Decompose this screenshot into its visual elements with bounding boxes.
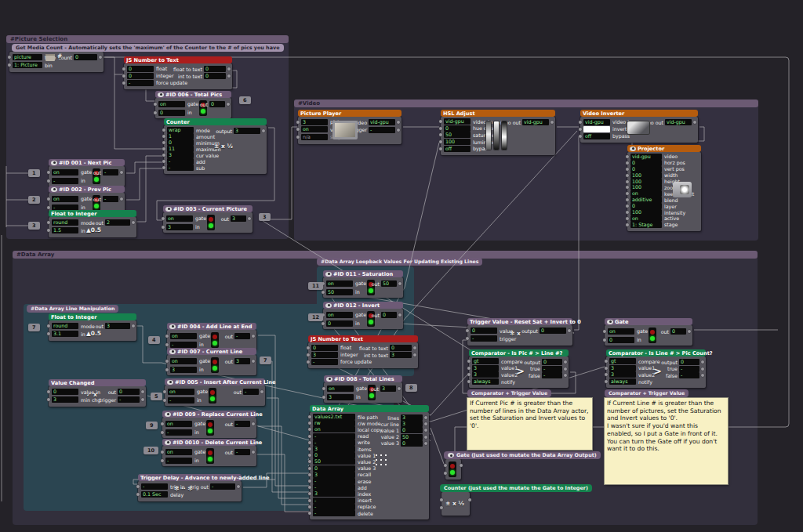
counter-header[interactable]: Counter (164, 118, 267, 125)
js-number-to-text-1-out-port-1[interactable] (227, 74, 231, 78)
id-007-current-line-node[interactable]: #ID 007 - Current Lineongate3inout3 (167, 348, 256, 375)
id-004-add-line-at-end-node[interactable]: #ID 004 - Add Line at Endongate-inout- (167, 323, 256, 350)
id-009-replace-current-line-body[interactable]: ongate-inout- (162, 418, 256, 438)
data-array-body[interactable]: values2.txtfile pathrwr/w modeonlocal co… (310, 412, 429, 519)
value-box[interactable]: 7 (260, 356, 271, 364)
projector-input-width[interactable]: 100 (630, 172, 662, 179)
comparator-pic-output-false[interactable]: - (542, 372, 562, 378)
float-to-integer-2-in-port-1[interactable] (47, 332, 50, 335)
id-0010-delete-current-line-header[interactable]: #ID 0010 - Delete Current Line (162, 439, 256, 446)
id-007-current-line-out-port[interactable] (252, 360, 255, 363)
id-003-current-picture-in-port-0[interactable] (162, 217, 165, 220)
get-media-count-body[interactable]: picturetype1: Picturebincount0# (9, 52, 104, 72)
counter-mutate-port-2[interactable] (468, 498, 471, 501)
data-array-input-insert[interactable]: - (313, 498, 355, 504)
hsl-adjust-in-port-2[interactable] (439, 133, 442, 136)
counter-in-port-1[interactable] (162, 135, 165, 138)
id-012-invert-node[interactable]: #ID 012 - Invertongate0inout0 (323, 302, 403, 329)
value-changed-input-min-chg[interactable]: 3 (52, 396, 78, 403)
data-array-input-items[interactable]: 3 (313, 446, 355, 452)
note-line-text[interactable]: If Current Line # is greater than the nu… (605, 398, 728, 484)
get-media-count-in-port-1[interactable] (8, 63, 11, 67)
id-001-next-pic-in-port-1[interactable] (47, 179, 50, 183)
comparator-pic-output-output[interactable]: 0 (542, 359, 562, 365)
data-array-node[interactable]: Data Arrayvalues2.txtfile pathrwr/w mode… (310, 405, 429, 519)
hsl-adjust-node[interactable]: HSL Adjustvid-gpuvideo in0hue offset50sa… (441, 110, 555, 155)
js-number-to-text-2-header[interactable]: JS Number to Text (308, 335, 418, 342)
id-004-add-line-at-end-output-out[interactable]: - (234, 333, 250, 339)
hsl-adjust-body[interactable]: vid-gpuvideo in0hue offset50saturation10… (441, 117, 555, 155)
projector-in-port-2[interactable] (626, 168, 629, 171)
picture-player-body[interactable]: 3pictureonvisiblen/astagevideovid-gputri… (298, 117, 402, 144)
gate-mutate-node[interactable] (445, 459, 461, 480)
id-003-current-picture-node[interactable]: #ID 003 - Current Pictureongate3inout3 (163, 205, 253, 233)
js-number-to-text-1-in-port-2[interactable] (122, 81, 125, 85)
note-pic-header[interactable]: Comparator + Trigger Value (467, 389, 551, 397)
float-to-integer-2-output-out[interactable]: 3 (105, 323, 130, 329)
get-media-count-title[interactable]: Get Media Count - Automatically sets the… (12, 44, 284, 52)
trigger-delay-body[interactable]: -trig in0.1 Secdelaytrig out-✻ ·· ✻ (138, 481, 242, 501)
id-008-total-lines-out-port[interactable] (398, 387, 401, 390)
projector-input-vert-pos[interactable]: 0 (630, 166, 662, 172)
id-001-next-pic-out-port[interactable] (120, 171, 123, 174)
comparator-pic-out-port-1[interactable] (564, 367, 567, 371)
projector-in-port-9[interactable] (626, 211, 629, 214)
projector-in-port-7[interactable] (626, 198, 629, 201)
value-changed-header[interactable]: Value Changed (49, 379, 146, 386)
get-media-count-input-type[interactable]: picture (13, 54, 42, 60)
gate-top-out-port[interactable] (688, 330, 691, 333)
hsl-adjust-in-port-0[interactable] (439, 120, 442, 123)
data-array-input-value-1[interactable]: 0 (313, 452, 355, 458)
id-002-prev-pic-out-port[interactable] (120, 197, 123, 201)
data-array-in-port-15[interactable] (308, 512, 311, 515)
hsl-adjust-input-luminance[interactable]: 100 (444, 139, 471, 145)
comparator-line-out-port-2[interactable] (701, 374, 704, 377)
id-005-insert-after-current-line-in-port-1[interactable] (163, 399, 166, 402)
id-009-replace-current-line-in-port-1[interactable] (161, 431, 164, 434)
data-array-input-value-2[interactable]: 50 (313, 458, 355, 465)
value-changed-input-value-in[interactable]: 0 (52, 389, 78, 395)
id-007-current-line-in-port-0[interactable] (165, 360, 169, 363)
id-001-next-pic-header[interactable]: #ID 001 - Next Pic (49, 159, 125, 166)
projector-input-zoom[interactable]: 100 (630, 184, 662, 190)
value-changed-node[interactable]: Value Changed0value in3min chgout0trigge… (49, 379, 146, 407)
id-003-current-picture-out-port[interactable] (248, 217, 251, 220)
projector-input-layer[interactable]: 0 (630, 203, 662, 209)
id-011-saturation-header[interactable]: #ID 011 - Saturation (323, 270, 403, 277)
hsl-adjust-in-port-3[interactable] (439, 140, 442, 143)
id-001-next-pic-input-gate[interactable]: on (52, 169, 78, 176)
id-001-next-pic-in-port-0[interactable] (47, 171, 50, 174)
id-005-insert-after-current-line-header[interactable]: #ID 005 - Insert After Current Line (165, 378, 265, 385)
id-011-saturation-out-port[interactable] (398, 282, 402, 285)
trigger-value-reset-header[interactable]: Trigger Value - Reset Sat + Invert to 0 (467, 318, 572, 325)
comparator-pic-input-compare[interactable]: gt (472, 358, 499, 364)
projector-body[interactable]: vid-gpuvideo0horz pos0vert pos100width10… (627, 152, 701, 231)
value-box[interactable]: 2 (28, 196, 40, 204)
comparator-line-in-port-0[interactable] (605, 360, 608, 363)
id-002-prev-pic-node[interactable]: #ID 002 - Prev Picongate-inout- (49, 186, 125, 213)
float-to-integer-2-in-port-0[interactable] (47, 324, 50, 328)
float-to-integer-2-body[interactable]: roundmode3.1inout3▲0.5 (49, 320, 136, 341)
id-011-saturation-input-gate[interactable]: on (326, 280, 353, 287)
value-changed-out-port-1[interactable] (141, 398, 144, 401)
comparator-line-in-port-1[interactable] (605, 367, 608, 370)
id-004-add-line-at-end-input-in[interactable]: - (170, 342, 197, 348)
comparator-line-in-port-3[interactable] (605, 380, 608, 383)
counter-in-port-5[interactable] (162, 160, 165, 163)
counter-input-sub[interactable]: - (167, 165, 194, 171)
value-box[interactable]: 8 (405, 384, 417, 392)
picture-player-header[interactable]: Picture Player (298, 110, 402, 117)
value-box[interactable]: 6 (239, 96, 251, 104)
hsl-adjust-input-saturation[interactable]: 50 (444, 132, 471, 138)
data-array-out-port-2[interactable] (424, 429, 427, 432)
hue-slider[interactable] (486, 121, 491, 150)
js-number-to-text-1-output-int-to-text[interactable]: 0 (204, 73, 226, 79)
video-inverter-body[interactable]: vid-gpuvideo ininvert coloroffbypassvide… (580, 117, 698, 143)
trigger-value-reset-body[interactable]: 0value-triggeroutput0✻ x (467, 325, 572, 346)
id-006-total-pics-output-out[interactable]: 0 (209, 101, 225, 107)
comparator-line-input-value1[interactable]: 3 (609, 365, 636, 371)
data-array-out-port-1[interactable] (424, 422, 427, 425)
trigger-value-reset-out-port-0[interactable] (568, 329, 571, 332)
id-008-total-lines-input-gate[interactable]: on (327, 385, 354, 392)
picture-player-in-port-2[interactable] (296, 136, 300, 139)
